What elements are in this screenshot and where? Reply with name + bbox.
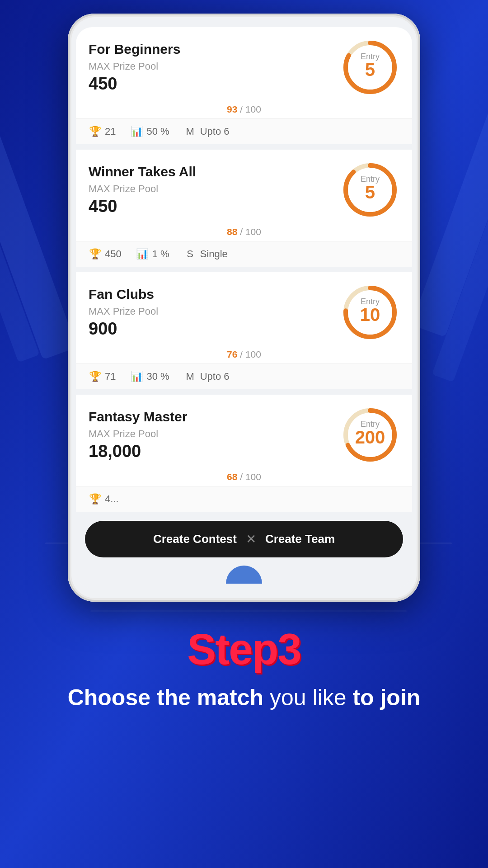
stat-multi-beginners: M Upto 6 <box>184 125 230 138</box>
card-prize-fanclubs: 900 <box>89 319 341 339</box>
entry-badge-center-winner: Entry 5 <box>361 175 380 201</box>
card-subtitle-beginners: MAX Prize Pool <box>89 61 341 72</box>
chart-icon: 📊 <box>130 125 143 138</box>
card-title-fanclubs: Fan Clubs <box>89 287 341 302</box>
stat-multi-fanclubs: M Upto 6 <box>184 370 230 383</box>
card-title-beginners: For Beginners <box>89 42 341 57</box>
multi-icon-3: M <box>184 370 197 383</box>
stat-chart-beginners: 📊 50 % <box>130 125 169 138</box>
card-prize-beginners: 450 <box>89 74 341 94</box>
step-title: Step3 <box>68 624 421 674</box>
contest-card-fanclubs[interactable]: Fan Clubs MAX Prize Pool 900 Entry 10 <box>76 272 412 389</box>
entry-badge-center-fanclubs: Entry 10 <box>360 297 380 324</box>
stat-chart-winner: 📊 1 % <box>136 248 169 260</box>
trophy-icon: 🏆 <box>89 125 101 138</box>
bottom-section: Step3 Choose the match you like to join <box>41 624 448 712</box>
card-title-fantasy: Fantasy Master <box>89 409 341 425</box>
contest-card-beginners[interactable]: For Beginners MAX Prize Pool 450 Entry 5 <box>76 27 412 144</box>
multi-icon: M <box>184 125 197 138</box>
contest-card-winner[interactable]: Winner Takes All MAX Prize Pool 450 Entr… <box>76 150 412 267</box>
svg-rect-2 <box>0 185 40 363</box>
entry-amount-fanclubs: 10 <box>360 306 380 324</box>
card-subtitle-fantasy: MAX Prize Pool <box>89 428 341 440</box>
step-description: Choose the match you like to join <box>68 683 421 712</box>
entry-count-fantasy: 68 / 100 <box>76 472 412 486</box>
svg-rect-4 <box>432 162 488 382</box>
phone-mockup: For Beginners MAX Prize Pool 450 Entry 5 <box>68 14 420 602</box>
card-prize-winner: 450 <box>89 197 341 216</box>
card-title-winner: Winner Takes All <box>89 164 341 179</box>
card-info-fantasy: Fantasy Master MAX Prize Pool 18,000 <box>89 409 341 461</box>
chart-icon-2: 📊 <box>136 248 149 260</box>
stat-trophy-fantasy: 🏆 4... <box>89 493 119 505</box>
card-main-fantasy: Fantasy Master MAX Prize Pool 18,000 Ent… <box>76 395 412 472</box>
entry-amount-beginners: 5 <box>361 61 380 79</box>
entry-count-beginners: 93 / 100 <box>76 104 412 118</box>
card-info-fanclubs: Fan Clubs MAX Prize Pool 900 <box>89 287 341 339</box>
entry-badge-center-beginners: Entry 5 <box>361 52 380 79</box>
trophy-icon-2: 🏆 <box>89 248 101 260</box>
entry-badge-fanclubs[interactable]: Entry 10 <box>341 283 399 342</box>
card-stats-beginners: 🏆 21 📊 50 % M Upto 6 <box>76 118 412 144</box>
card-main-winner: Winner Takes All MAX Prize Pool 450 Entr… <box>76 150 412 226</box>
bottom-peek <box>76 561 412 588</box>
action-divider: ✕ <box>246 532 256 547</box>
svg-rect-1 <box>0 92 77 359</box>
step-desc-regular: you like <box>263 685 352 710</box>
card-main-fanclubs: Fan Clubs MAX Prize Pool 900 Entry 10 <box>76 272 412 349</box>
card-main-beginners: For Beginners MAX Prize Pool 450 Entry 5 <box>76 27 412 104</box>
entry-badge-center-fantasy: Entry 200 <box>355 420 385 446</box>
create-team-button[interactable]: Create Team <box>265 532 335 546</box>
entry-amount-fantasy: 200 <box>355 428 385 446</box>
stat-trophy-fanclubs: 🏆 71 <box>89 370 116 383</box>
stat-value-fantasy: 4... <box>105 493 119 505</box>
card-subtitle-fanclubs: MAX Prize Pool <box>89 306 341 317</box>
stat-trophy-winner: 🏆 450 <box>89 248 122 260</box>
entry-badge-winner[interactable]: Entry 5 <box>341 160 399 219</box>
stat-chart-fanclubs: 📊 30 % <box>130 370 169 383</box>
single-icon: S <box>184 248 197 260</box>
contest-card-fantasy[interactable]: Fantasy Master MAX Prize Pool 18,000 Ent… <box>76 395 412 512</box>
stat-single-winner: S Single <box>184 248 228 260</box>
peek-circle <box>226 566 262 584</box>
card-info-beginners: For Beginners MAX Prize Pool 450 <box>89 42 341 94</box>
entry-count-fanclubs: 76 / 100 <box>76 349 412 363</box>
trophy-icon-4: 🏆 <box>89 493 101 505</box>
entry-amount-winner: 5 <box>361 183 380 201</box>
stat-trophy-beginners: 🏆 21 <box>89 125 116 138</box>
entry-badge-fantasy[interactable]: Entry 200 <box>341 406 399 464</box>
svg-rect-3 <box>411 70 488 337</box>
card-stats-winner: 🏆 450 📊 1 % S Single <box>76 241 412 267</box>
card-info-winner: Winner Takes All MAX Prize Pool 450 <box>89 164 341 216</box>
chart-icon-3: 📊 <box>130 370 143 383</box>
step-desc-bold2: to join <box>352 685 420 710</box>
create-contest-button[interactable]: Create Contest <box>153 532 237 546</box>
card-stats-fanclubs: 🏆 71 📊 30 % M Upto 6 <box>76 363 412 389</box>
phone-screen: For Beginners MAX Prize Pool 450 Entry 5 <box>76 27 412 588</box>
card-subtitle-winner: MAX Prize Pool <box>89 183 341 195</box>
action-bar[interactable]: Create Contest ✕ Create Team <box>85 521 403 557</box>
entry-badge-beginners[interactable]: Entry 5 <box>341 38 399 97</box>
svg-rect-6 <box>90 610 407 612</box>
card-stats-fantasy: 🏆 4... <box>76 486 412 512</box>
contest-list: For Beginners MAX Prize Pool 450 Entry 5 <box>76 27 412 588</box>
entry-count-winner: 88 / 100 <box>76 226 412 241</box>
step-desc-bold1: Choose the match <box>68 685 263 710</box>
card-prize-fantasy: 18,000 <box>89 442 341 461</box>
trophy-icon-3: 🏆 <box>89 370 101 383</box>
